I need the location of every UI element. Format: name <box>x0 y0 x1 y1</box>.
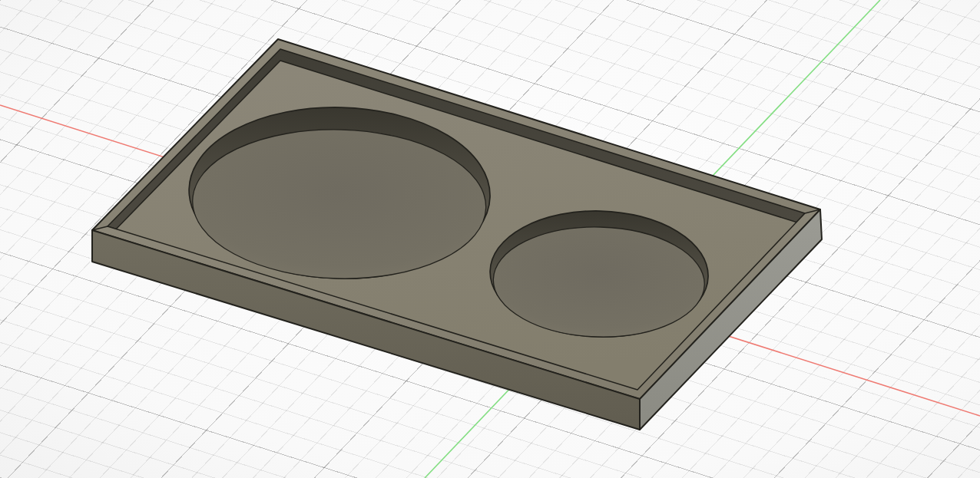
model-scene <box>0 0 980 478</box>
cad-viewport[interactable] <box>0 0 980 478</box>
tray-body <box>92 39 822 430</box>
